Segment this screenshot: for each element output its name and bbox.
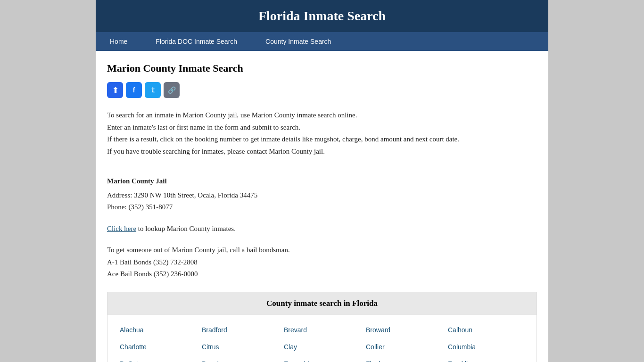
county-link[interactable]: DeSoto [117, 356, 199, 362]
main-nav: Home Florida DOC Inmate Search County In… [96, 32, 548, 51]
bail-line3: Ace Bail Bonds (352) 236-0000 [107, 268, 537, 280]
click-here-suffix: to lookup Marion County inmates. [136, 225, 236, 232]
county-link[interactable]: Alachua [117, 322, 199, 337]
desc-line3: If there is a result, click on the booki… [107, 133, 537, 146]
county-link[interactable]: Franklin [445, 356, 527, 362]
jail-address: Address: 3290 NW 10th Street, Ocala, Flo… [107, 189, 537, 202]
nav-home[interactable]: Home [96, 32, 141, 51]
county-link[interactable]: Calhoun [445, 322, 527, 337]
main-content: Marion County Inmate Search ⬆ f 𝕥 🔗 To s… [96, 51, 548, 362]
desc-line2: Enter an inmate's last or first name in … [107, 122, 537, 134]
desc-line4: If you have trouble searching for inmate… [107, 146, 537, 158]
facebook-button[interactable]: f [126, 82, 142, 98]
jail-phone: Phone: (352) 351-8077 [107, 201, 537, 214]
jail-name: Marion County Jail [107, 175, 537, 188]
nav-county-search[interactable]: County Inmate Search [251, 32, 345, 51]
page-title: Marion County Inmate Search [107, 62, 537, 74]
county-link[interactable]: Collier [363, 339, 445, 354]
county-link[interactable]: Brevard [281, 322, 363, 337]
social-share-bar: ⬆ f 𝕥 🔗 [107, 82, 537, 98]
county-section-heading: County inmate search in Florida [107, 292, 537, 315]
lookup-link[interactable]: Click here [107, 225, 136, 232]
county-link[interactable]: Flagler [363, 356, 445, 362]
county-link[interactable]: Duval [199, 356, 281, 362]
county-link[interactable]: Clay [281, 339, 363, 354]
twitter-button[interactable]: 𝕥 [145, 82, 161, 98]
county-link[interactable]: Citrus [199, 339, 281, 354]
county-grid: AlachuaBradfordBrevardBrowardCalhounChar… [107, 315, 537, 362]
county-link[interactable]: Charlotte [117, 339, 199, 354]
bail-line2: A-1 Bail Bonds (352) 732-2808 [107, 256, 537, 269]
desc-line1: To search for an inmate in Marion County… [107, 109, 537, 122]
jail-info-block: Marion County Jail Address: 3290 NW 10th… [107, 175, 537, 214]
county-link[interactable]: Bradford [199, 322, 281, 337]
site-title: Florida Inmate Search [105, 8, 539, 24]
county-link[interactable]: Broward [363, 322, 445, 337]
click-here-section: Click here to lookup Marion County inmat… [107, 223, 537, 235]
nav-doc-search[interactable]: Florida DOC Inmate Search [141, 32, 251, 51]
copy-link-button[interactable]: 🔗 [164, 82, 180, 98]
county-link[interactable]: Escambia [281, 356, 363, 362]
county-section: County inmate search in Florida AlachuaB… [107, 292, 537, 362]
bail-line1: To get someone out of Marion County jail… [107, 244, 537, 256]
bail-section: To get someone out of Marion County jail… [107, 244, 537, 280]
site-header: Florida Inmate Search [96, 0, 548, 32]
county-link[interactable]: Columbia [445, 339, 527, 354]
description-block: To search for an inmate in Marion County… [107, 109, 537, 157]
share-button[interactable]: ⬆ [107, 82, 123, 98]
